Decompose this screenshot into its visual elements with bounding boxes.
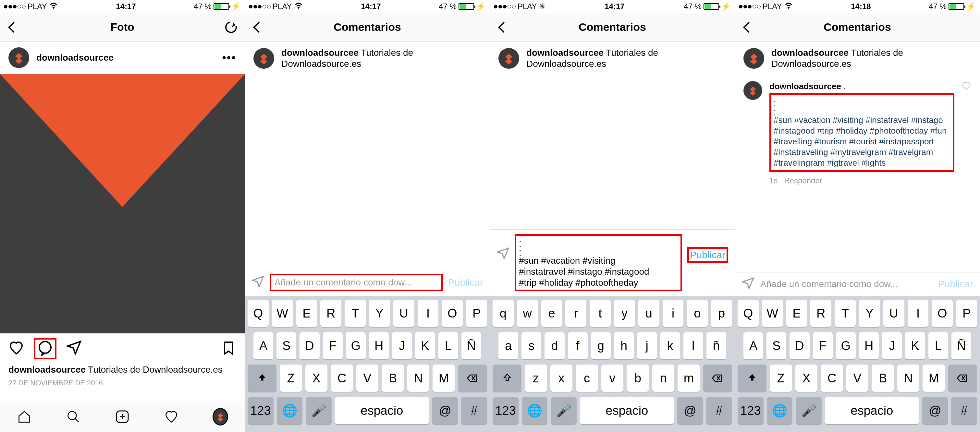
key-z[interactable]: Z <box>280 365 302 392</box>
key-y[interactable]: y <box>614 300 635 327</box>
bookmark-button[interactable] <box>221 340 236 357</box>
key-w[interactable]: W <box>272 300 293 327</box>
key-n[interactable]: N <box>407 365 430 392</box>
like-comment-button[interactable] <box>961 81 971 186</box>
key-globe[interactable]: 🌐 <box>767 397 793 424</box>
key-i[interactable]: i <box>663 300 684 327</box>
key-123[interactable]: 123 <box>738 397 764 424</box>
comment-button[interactable] <box>37 351 53 357</box>
key-n[interactable]: N <box>897 365 920 392</box>
key-v[interactable]: V <box>846 365 869 392</box>
key-y[interactable]: Y <box>369 300 390 327</box>
like-button[interactable] <box>8 340 24 357</box>
key-l[interactable]: l <box>683 332 703 359</box>
username[interactable]: downloadsourcee <box>772 48 849 58</box>
key-c[interactable]: C <box>331 365 353 392</box>
key-h[interactable]: H <box>859 332 879 359</box>
key-x[interactable]: X <box>305 365 328 392</box>
key-b[interactable]: b <box>627 365 649 392</box>
key-123[interactable]: 123 <box>493 397 519 424</box>
key-e[interactable]: E <box>786 300 807 327</box>
key-at[interactable]: @ <box>432 397 458 424</box>
comment-username[interactable]: downloadsourcee <box>769 81 841 91</box>
key-x[interactable]: x <box>550 365 573 392</box>
key-shift[interactable] <box>248 365 277 392</box>
comment-input[interactable]: Añade un comentario como dow... <box>760 279 933 289</box>
key-g[interactable]: G <box>836 332 856 359</box>
key-space[interactable]: espacio <box>580 397 674 424</box>
avatar[interactable] <box>8 48 29 68</box>
key-m[interactable]: m <box>678 365 700 392</box>
more-button[interactable]: ••• <box>222 51 236 65</box>
avatar[interactable] <box>743 48 764 69</box>
key-o[interactable]: O <box>442 300 463 327</box>
key-i[interactable]: I <box>418 300 439 327</box>
caption-username[interactable]: downloadsourcee <box>8 365 86 375</box>
key-f[interactable]: F <box>323 332 343 359</box>
back-button[interactable] <box>741 20 756 34</box>
key-a[interactable]: a <box>498 332 518 359</box>
key-shift[interactable] <box>493 365 522 392</box>
key-j[interactable]: J <box>392 332 412 359</box>
key-c[interactable]: c <box>576 365 598 392</box>
key-p[interactable]: P <box>956 300 977 327</box>
key-t[interactable]: t <box>590 300 611 327</box>
key-c[interactable]: C <box>821 365 843 392</box>
key-k[interactable]: K <box>415 332 435 359</box>
key-y[interactable]: Y <box>859 300 880 327</box>
key-e[interactable]: E <box>296 300 317 327</box>
key-hash[interactable]: # <box>461 397 487 424</box>
key-a[interactable]: A <box>253 332 273 359</box>
key-s[interactable]: s <box>522 332 541 359</box>
avatar[interactable] <box>498 48 519 69</box>
tab-home[interactable] <box>17 409 32 424</box>
tab-search[interactable] <box>65 409 81 424</box>
avatar[interactable] <box>253 48 274 69</box>
key-h[interactable]: H <box>369 332 389 359</box>
key-p[interactable]: p <box>711 300 732 327</box>
username[interactable]: downloadsourcee <box>282 48 359 58</box>
key-shift[interactable] <box>738 365 767 392</box>
key-a[interactable]: A <box>743 332 763 359</box>
tab-profile[interactable] <box>213 409 228 424</box>
key-j[interactable]: J <box>882 332 902 359</box>
key-t[interactable]: T <box>345 300 366 327</box>
key-space[interactable]: espacio <box>335 397 429 424</box>
key-w[interactable]: w <box>517 300 538 327</box>
key-e[interactable]: e <box>541 300 562 327</box>
key-w[interactable]: W <box>762 300 783 327</box>
key-hash[interactable]: # <box>951 397 977 424</box>
key-123[interactable]: 123 <box>248 397 274 424</box>
key-r[interactable]: R <box>320 300 341 327</box>
send-icon[interactable] <box>741 277 754 291</box>
key-at[interactable]: @ <box>922 397 948 424</box>
username[interactable]: downloadsourcee <box>527 48 604 58</box>
key-z[interactable]: z <box>525 365 547 392</box>
back-button[interactable] <box>496 20 511 34</box>
key-d[interactable]: d <box>544 332 564 359</box>
key-backspace[interactable] <box>948 365 977 392</box>
publish-button[interactable]: Publicar <box>690 249 725 260</box>
key-g[interactable]: g <box>591 332 611 359</box>
comment-input[interactable]: .... #sun #vacation #visiting #instatrav… <box>519 237 678 288</box>
key-mic[interactable]: 🎤 <box>306 397 332 424</box>
key-u[interactable]: U <box>393 300 414 327</box>
key-d[interactable]: D <box>789 332 809 359</box>
key-h[interactable]: h <box>614 332 634 359</box>
key-i[interactable]: I <box>908 300 929 327</box>
key-n[interactable]: n <box>652 365 675 392</box>
key-globe[interactable]: 🌐 <box>522 397 548 424</box>
tab-activity[interactable] <box>164 409 179 424</box>
key-m[interactable]: M <box>433 365 455 392</box>
hashtags[interactable]: #sun #vacation #visiting #instatravel #i… <box>774 115 950 168</box>
tab-add[interactable] <box>115 409 130 424</box>
key-f[interactable]: f <box>568 332 588 359</box>
publish-button[interactable]: Publicar <box>448 277 483 288</box>
key-v[interactable]: v <box>601 365 624 392</box>
key-space[interactable]: espacio <box>825 397 919 424</box>
key-g[interactable]: G <box>346 332 366 359</box>
key-u[interactable]: U <box>883 300 904 327</box>
post-photo[interactable] <box>0 74 245 334</box>
key-l[interactable]: L <box>928 332 948 359</box>
back-button[interactable] <box>6 20 21 34</box>
